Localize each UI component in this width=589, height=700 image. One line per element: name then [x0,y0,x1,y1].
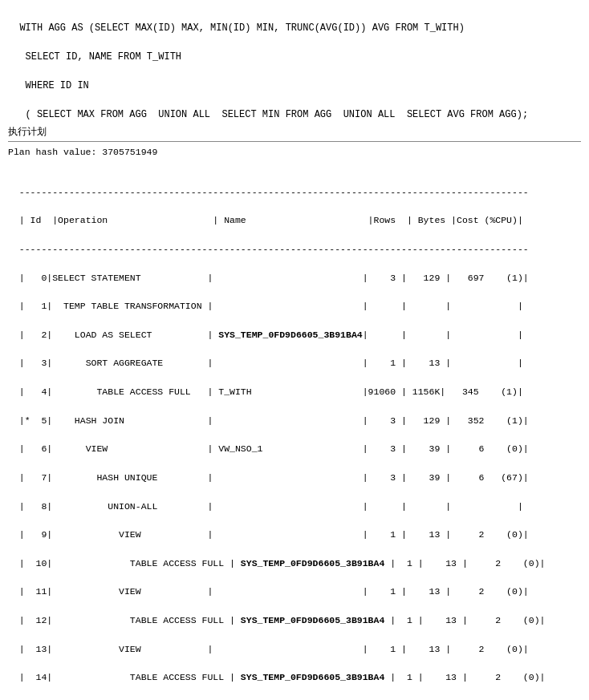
plan-hash: Plan hash value: 3705751949 [8,145,581,160]
plan-row-12: | 12| TABLE ACCESS FULL | SYS_TEMP_0FD9D… [19,615,546,625]
plan-row-6: | 6| VIEW | VW_NSO_1 | 3 | 39 | 6 (0)| [19,443,529,454]
plan-row-3: | 3| SORT AGGREGATE | | 1 | 13 | | [19,358,523,368]
plan-row-13: | 13| VIEW | | 1 | 13 | 2 (0)| [19,644,529,654]
sql-block: WITH AGG AS (SELECT MAX(ID) MAX, MIN(ID)… [8,6,581,122]
plan-table: ----------------------------------------… [8,171,581,700]
plan-row-8: | 8| UNION-ALL | | | | | [19,501,523,512]
plan-row-11: | 11| VIEW | | 1 | 13 | 2 (0)| [19,586,529,597]
plan-row-0: | 0|SELECT STATEMENT | | 3 | 129 | 697 (… [19,273,529,283]
sql-line2: SELECT ID, NAME FROM T_WITH [19,51,181,63]
plan-row-1: | 1| TEMP TABLE TRANSFORMATION | | | | | [19,301,523,311]
execution-plan-title: 执行计划 [8,125,581,139]
plan-row-9: | 9| VIEW | | 1 | 13 | 2 (0)| [19,529,529,540]
plan-row-10: | 10| TABLE ACCESS FULL | SYS_TEMP_0FD9D… [19,558,546,568]
plan-row-4: | 4| TABLE ACCESS FULL | T_WITH |91060 |… [19,386,523,397]
plan-divider-header: ----------------------------------------… [19,244,529,254]
sql-line3: WHERE ID IN [19,80,88,91]
plan-header: | Id |Operation | Name |Rows | Bytes |Co… [19,215,523,225]
plan-row-14: | 14| TABLE ACCESS FULL | SYS_TEMP_0FD9D… [19,672,546,682]
sql-line4: ( SELECT MAX FROM AGG UNION ALL SELECT M… [19,109,528,120]
plan-divider-top: ----------------------------------------… [19,187,529,197]
plan-row-5: |* 5| HASH JOIN | | 3 | 129 | 352 (1)| [19,415,529,426]
plan-row-2: | 2| LOAD AS SELECT | SYS_TEMP_0FD9D6605… [19,330,523,340]
sql-line1: WITH AGG AS (SELECT MAX(ID) MAX, MIN(ID)… [19,22,465,34]
divider-1 [8,141,581,142]
plan-row-7: | 7| HASH UNIQUE | | 3 | 39 | 6 (67)| [19,472,529,483]
